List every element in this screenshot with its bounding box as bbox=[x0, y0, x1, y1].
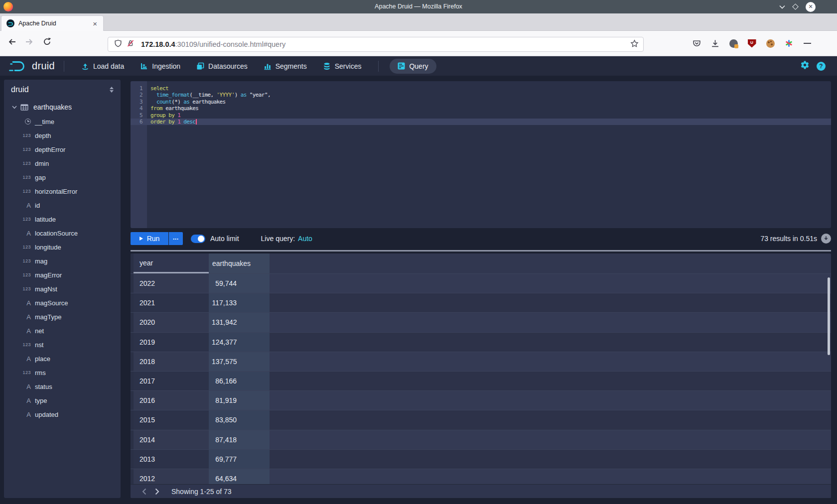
sidebar-column-item[interactable]: A updated bbox=[4, 407, 121, 421]
panel-resize-handle[interactable] bbox=[131, 250, 831, 252]
cell-earthquakes[interactable]: 69,777 bbox=[209, 450, 270, 469]
privacy-extension-icon[interactable] bbox=[728, 38, 738, 48]
sql-code[interactable]: 1select 2 time_format(__time, 'YYYY') as… bbox=[131, 81, 831, 125]
sidebar-column-item[interactable]: A locationSource bbox=[4, 226, 121, 240]
maximize-icon[interactable] bbox=[792, 3, 799, 10]
column-header-year[interactable]: year bbox=[134, 253, 209, 273]
cell-year[interactable]: 2022 bbox=[134, 274, 209, 293]
table-row[interactable]: 2015 83,850 bbox=[131, 410, 831, 429]
sidebar-column-item[interactable]: 123 longitude bbox=[4, 240, 121, 254]
table-row[interactable]: 2018 137,575 bbox=[131, 352, 831, 371]
cell-year[interactable]: 2020 bbox=[134, 313, 209, 332]
cell-earthquakes[interactable]: 83,850 bbox=[209, 410, 270, 429]
help-icon[interactable]: ? bbox=[817, 62, 826, 71]
table-row[interactable]: 2020 131,942 bbox=[131, 312, 831, 332]
cell-year[interactable]: 2017 bbox=[134, 372, 209, 390]
forward-button[interactable] bbox=[23, 37, 35, 49]
sidebar-column-item[interactable]: 123 dmin bbox=[4, 156, 121, 170]
run-more-button[interactable]: ••• bbox=[169, 232, 183, 245]
sidebar-column-item[interactable]: A id bbox=[4, 198, 121, 212]
menu-icon[interactable] bbox=[802, 38, 812, 48]
ublock-extension-icon[interactable]: U bbox=[747, 38, 757, 48]
cell-earthquakes[interactable]: 59,744 bbox=[209, 274, 270, 293]
nav-query[interactable]: Query bbox=[390, 59, 436, 74]
settings-gear-icon[interactable] bbox=[800, 60, 810, 72]
tracking-shield-icon[interactable] bbox=[114, 39, 122, 49]
table-row[interactable]: 2022 59,744 bbox=[131, 273, 831, 293]
results-header: year earthquakes bbox=[131, 253, 831, 273]
sidebar-column-item[interactable]: 123 magNst bbox=[4, 282, 121, 296]
table-scrollbar-thumb[interactable] bbox=[828, 277, 830, 355]
cell-earthquakes[interactable]: 81,919 bbox=[209, 391, 270, 410]
pocket-icon[interactable] bbox=[692, 38, 701, 48]
insecure-lock-icon[interactable] bbox=[127, 39, 135, 49]
close-window-icon[interactable]: × bbox=[806, 2, 816, 12]
cell-year[interactable]: 2019 bbox=[134, 333, 209, 352]
cell-year[interactable]: 2018 bbox=[134, 352, 209, 371]
cell-year[interactable]: 2014 bbox=[134, 430, 209, 449]
prev-page-icon[interactable] bbox=[138, 486, 150, 498]
sidebar-column-item[interactable]: 123 depth bbox=[4, 128, 121, 142]
sidebar-column-item[interactable]: 123 gap bbox=[4, 170, 121, 184]
table-row[interactable]: 2017 86,166 bbox=[131, 371, 831, 390]
sidebar-column-item[interactable]: 123 latitude bbox=[4, 212, 121, 226]
live-query-value[interactable]: Auto bbox=[298, 235, 312, 243]
cell-year[interactable]: 2015 bbox=[134, 410, 209, 429]
sidebar-column-item[interactable]: A magSource bbox=[4, 296, 121, 310]
cookie-extension-icon[interactable] bbox=[765, 38, 775, 48]
cell-year[interactable]: 2016 bbox=[134, 391, 209, 410]
tab-close-icon[interactable]: × bbox=[92, 19, 98, 28]
url-bar[interactable]: 172.18.0.4:30109/unified-console.html#qu… bbox=[108, 37, 644, 52]
table-row[interactable]: 2016 81,919 bbox=[131, 390, 831, 410]
run-button[interactable]: Run bbox=[131, 232, 168, 245]
cell-year[interactable]: 2013 bbox=[134, 450, 209, 469]
nav-services[interactable]: Services bbox=[315, 56, 370, 76]
sidebar-column-item[interactable]: 123 rms bbox=[4, 366, 121, 379]
auto-limit-label[interactable]: Auto limit bbox=[210, 235, 239, 243]
table-row[interactable]: 2019 124,377 bbox=[131, 332, 831, 352]
table-row[interactable]: 2021 117,133 bbox=[131, 293, 831, 312]
nav-datasources[interactable]: Datasources bbox=[188, 56, 256, 76]
cell-earthquakes[interactable]: 117,133 bbox=[209, 293, 270, 312]
sidebar-column-item[interactable]: 123 depthError bbox=[4, 142, 121, 156]
sidebar-table-earthquakes[interactable]: earthquakes bbox=[4, 100, 121, 115]
nav-ingestion[interactable]: Ingestion bbox=[132, 56, 188, 76]
sql-editor[interactable]: 1select 2 time_format(__time, 'YYYY') as… bbox=[131, 81, 831, 228]
druid-brand[interactable]: druid bbox=[8, 60, 55, 73]
table-row[interactable]: 2013 69,777 bbox=[131, 449, 831, 469]
cell-earthquakes[interactable]: 137,575 bbox=[209, 352, 270, 371]
sidebar-column-item[interactable]: 123 nst bbox=[4, 338, 121, 352]
minimize-icon[interactable] bbox=[779, 5, 785, 9]
sidebar-column-item[interactable]: 123 magError bbox=[4, 268, 121, 282]
column-type-icon: 123 bbox=[20, 286, 31, 291]
schema-selector[interactable]: druid bbox=[4, 80, 121, 100]
next-page-icon[interactable] bbox=[150, 486, 163, 498]
reload-button[interactable] bbox=[41, 37, 53, 49]
sidebar-column-item[interactable]: 123 horizontalError bbox=[4, 184, 121, 198]
sidebar-column-item[interactable]: A magType bbox=[4, 310, 121, 324]
browser-tab[interactable]: Apache Druid × bbox=[1, 15, 104, 31]
download-results-icon[interactable] bbox=[821, 234, 831, 244]
cell-earthquakes[interactable]: 86,166 bbox=[209, 372, 270, 390]
nav-load-data[interactable]: Load data bbox=[73, 56, 132, 76]
cell-earthquakes[interactable]: 124,377 bbox=[209, 333, 270, 352]
double-caret-icon[interactable] bbox=[110, 87, 114, 93]
nav-segments[interactable]: Segments bbox=[256, 56, 315, 76]
table-row[interactable]: 2014 87,418 bbox=[131, 430, 831, 449]
pagination-text: Showing 1-25 of 73 bbox=[171, 488, 232, 496]
sidebar-column-item[interactable]: A status bbox=[4, 379, 121, 393]
back-button[interactable] bbox=[6, 37, 18, 49]
bookmark-star-icon[interactable] bbox=[630, 39, 639, 50]
sidebar-column-item[interactable]: __time bbox=[4, 115, 121, 128]
cell-earthquakes[interactable]: 87,418 bbox=[209, 430, 270, 449]
cell-earthquakes[interactable]: 131,942 bbox=[209, 313, 270, 332]
sidebar-column-item[interactable]: A net bbox=[4, 324, 121, 338]
column-header-earthquakes[interactable]: earthquakes bbox=[209, 253, 270, 273]
asterisk-extension-icon[interactable] bbox=[784, 38, 794, 48]
auto-limit-toggle[interactable] bbox=[191, 235, 205, 243]
sidebar-column-item[interactable]: A place bbox=[4, 352, 121, 366]
sidebar-column-item[interactable]: 123 mag bbox=[4, 254, 121, 268]
cell-year[interactable]: 2021 bbox=[134, 293, 209, 312]
sidebar-column-item[interactable]: A type bbox=[4, 393, 121, 407]
downloads-icon[interactable] bbox=[710, 38, 720, 48]
